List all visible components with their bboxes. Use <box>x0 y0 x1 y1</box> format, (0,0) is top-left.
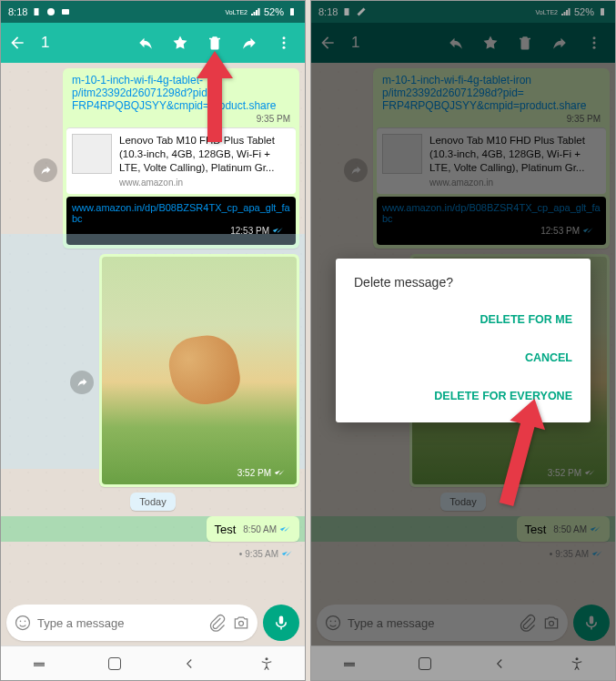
selection-action-bar: 1 <box>1 23 305 63</box>
status-bar: 8:18 VoLTE2 52% <box>1 1 305 23</box>
dialog-title: Delete message? <box>336 275 591 300</box>
preview-title: Lenovo Tab M10 FHD Plus Tablet (10.3-inc… <box>119 134 290 175</box>
svg-point-3 <box>283 36 286 39</box>
back-nav-icon[interactable] <box>181 656 197 672</box>
svg-point-5 <box>283 46 286 49</box>
accessibility-icon[interactable] <box>258 656 275 672</box>
phone-right: 8:18 VoLTE2 52% 1 m-10-1-inch-wi-fi-4g-t… <box>310 0 616 681</box>
message-input-field[interactable] <box>6 605 258 641</box>
camera-icon[interactable] <box>232 614 250 632</box>
image-message[interactable]: 3:52 PM <box>99 254 299 487</box>
amazon-link: www.amazon.in/dp/B08BZSR4TX_cp_apa_glt_f… <box>72 202 290 224</box>
cancel-button[interactable]: CANCEL <box>336 339 591 377</box>
link-message[interactable]: m-10-1-inch-wi-fi-4g-tablet-p/itm23392d2… <box>63 68 299 249</box>
battery-pct: 52% <box>264 6 284 17</box>
notification-icon <box>45 6 56 17</box>
message-input[interactable] <box>37 616 203 630</box>
phone-left: 8:18 VoLTE2 52% 1 m-10-1-inch-wi-fi-4g-t… <box>0 0 306 681</box>
text-message[interactable]: Test 8:50 AM <box>207 516 299 542</box>
attach-icon[interactable] <box>208 614 227 632</box>
emoji-icon[interactable] <box>14 614 32 632</box>
chat-area: m-10-1-inch-wi-fi-4g-tablet-p/itm23392d2… <box>1 63 305 600</box>
message-icon <box>60 6 71 17</box>
svg-point-10 <box>265 657 268 660</box>
star-icon[interactable] <box>172 35 188 51</box>
forward-icon[interactable] <box>241 35 258 51</box>
link-preview[interactable]: Lenovo Tab M10 FHD Plus Tablet (10.3-inc… <box>66 127 296 194</box>
selection-count: 1 <box>41 34 130 52</box>
date-pill: Today <box>130 493 175 511</box>
android-nav-bar <box>1 645 305 680</box>
svg-point-4 <box>283 42 286 45</box>
battery-saver-icon <box>31 6 42 17</box>
preview-site: www.amazon.in <box>119 177 290 188</box>
back-icon[interactable] <box>8 34 26 52</box>
svg-point-0 <box>47 8 55 15</box>
svg-point-6 <box>16 616 30 630</box>
reply-icon[interactable] <box>137 35 154 51</box>
svg-point-9 <box>239 621 244 625</box>
delete-for-me-button[interactable]: DELETE FOR ME <box>336 300 591 339</box>
home-icon[interactable] <box>108 657 121 670</box>
dialog-overlay[interactable]: Delete message? DELETE FOR ME CANCEL DEL… <box>311 1 615 680</box>
svg-rect-2 <box>290 8 294 15</box>
photo-thumbnail[interactable] <box>102 257 297 484</box>
volte-label: VoLTE2 <box>226 9 247 15</box>
extra-time: • 9:35 AM <box>6 547 299 561</box>
svg-rect-1 <box>62 9 69 15</box>
delete-icon[interactable] <box>207 35 223 51</box>
more-icon[interactable] <box>276 35 292 51</box>
selected-message-row: Test 8:50 AM <box>1 516 305 542</box>
input-bar <box>1 600 305 645</box>
signal-icon <box>250 6 261 17</box>
svg-point-7 <box>20 621 22 623</box>
battery-icon <box>287 6 298 17</box>
delete-for-everyone-button[interactable]: DELETE FOR EVERYONE <box>336 377 591 415</box>
svg-point-8 <box>25 621 26 623</box>
forward-badge-icon[interactable] <box>70 371 94 394</box>
recents-icon[interactable] <box>31 656 47 672</box>
mic-button[interactable] <box>263 605 299 641</box>
preview-thumb <box>72 134 112 174</box>
forward-badge-icon[interactable] <box>34 158 57 182</box>
status-time: 8:18 <box>8 6 27 17</box>
delete-dialog: Delete message? DELETE FOR ME CANCEL DEL… <box>336 259 591 422</box>
